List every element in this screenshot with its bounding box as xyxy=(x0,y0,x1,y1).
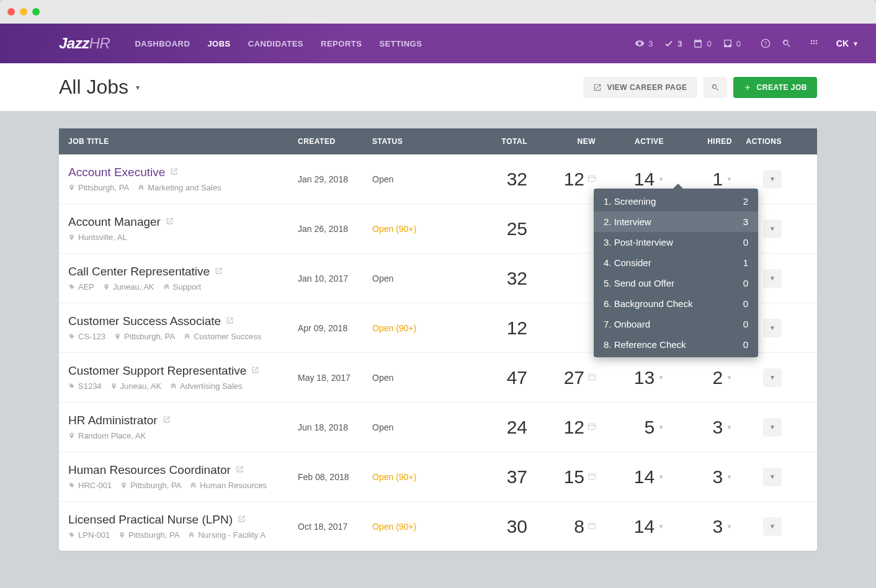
new-count[interactable]: 8 xyxy=(527,516,596,537)
meta-pin: Random Place, AK xyxy=(68,431,146,440)
hired-count[interactable]: 3 ▼ xyxy=(664,516,732,537)
status: Open (90+) xyxy=(372,323,465,333)
workflow-stage-item[interactable]: 4. Consider1 xyxy=(594,252,758,273)
card-icon xyxy=(588,424,596,431)
new-count[interactable]: 15 xyxy=(527,466,596,488)
window-chrome xyxy=(0,0,876,24)
apps-icon[interactable] xyxy=(809,38,819,48)
job-title-link[interactable]: Customer Success Associate xyxy=(68,314,298,328)
nav-candidates[interactable]: CANDIDATES xyxy=(248,39,303,48)
job-title-link[interactable]: Call Center Representative xyxy=(68,265,298,278)
window-close[interactable] xyxy=(7,8,15,16)
hired-count[interactable]: 3 ▼ xyxy=(664,417,732,438)
calendar-count[interactable]: 0 xyxy=(693,38,711,48)
workflow-stage-item[interactable]: 8. Reference Check0 xyxy=(594,334,758,357)
created-date: Jun 18, 2018 xyxy=(298,422,372,432)
active-count[interactable]: 13 ▼ xyxy=(596,367,664,388)
search-jobs-button[interactable] xyxy=(704,77,727,98)
table-row: Customer Support Representative S1234Jun… xyxy=(59,353,817,403)
created-date: Oct 18, 2017 xyxy=(298,522,372,532)
workflow-stage-item[interactable]: 5. Send out Offer0 xyxy=(594,273,758,293)
row-actions-menu[interactable]: ▼ xyxy=(763,368,782,387)
row-actions-menu[interactable]: ▼ xyxy=(763,319,782,337)
hired-count[interactable]: 3 ▼ xyxy=(664,466,732,488)
plus-icon xyxy=(743,83,752,92)
job-title-link[interactable]: Customer Support Representative xyxy=(68,364,298,378)
job-title-link[interactable]: Account Executive xyxy=(68,166,298,179)
workflow-stage-item[interactable]: 6. Background Check0 xyxy=(594,293,758,314)
external-link-icon[interactable] xyxy=(238,515,246,525)
chevron-down-icon: ▼ xyxy=(658,523,664,530)
workflow-stage-item[interactable]: 3. Post-Interview0 xyxy=(594,232,758,252)
total-count: 30 xyxy=(465,516,527,537)
search-icon xyxy=(711,83,720,92)
views-count[interactable]: 3 xyxy=(635,38,653,48)
hired-count[interactable]: 2 ▼ xyxy=(664,367,732,388)
logo[interactable]: JazzHR xyxy=(59,35,110,52)
row-actions-menu[interactable]: ▼ xyxy=(763,418,782,437)
meta-pin: Pittsburgh, PA xyxy=(118,530,179,540)
active-count[interactable]: 14 ▼ xyxy=(596,169,664,190)
new-count[interactable]: 12 xyxy=(527,169,596,190)
created-date: May 18, 2017 xyxy=(298,373,372,383)
status: Open (90+) xyxy=(372,522,465,532)
help-icon[interactable]: ? xyxy=(761,38,771,48)
active-count[interactable]: 14 ▼ xyxy=(596,516,664,537)
external-link-icon[interactable] xyxy=(170,167,178,177)
workflow-stage-item[interactable]: 1. Screening2 xyxy=(594,189,758,212)
new-count[interactable]: 12 xyxy=(527,417,596,438)
user-menu[interactable]: CK ▼ xyxy=(836,38,859,48)
meta-pin: Pittsburgh, PA xyxy=(114,332,175,341)
nav-dashboard[interactable]: DASHBOARD xyxy=(135,39,190,48)
row-actions-menu[interactable]: ▼ xyxy=(763,517,782,536)
job-title-link[interactable]: Human Resources Coordinator xyxy=(68,463,298,477)
external-link-icon[interactable] xyxy=(163,416,171,425)
new-count[interactable]: 27 xyxy=(527,367,596,388)
external-link-icon[interactable] xyxy=(215,267,223,277)
nav-jobs[interactable]: JOBS xyxy=(207,39,230,48)
nav-settings[interactable]: SETTINGS xyxy=(379,39,422,48)
svg-point-3 xyxy=(813,40,815,42)
meta-pin: Pittsburgh, PA xyxy=(68,183,129,192)
active-count[interactable]: 5 ▼ xyxy=(596,417,664,438)
svg-point-5 xyxy=(811,43,813,45)
external-link-icon[interactable] xyxy=(226,316,234,326)
card-icon xyxy=(588,473,596,481)
svg-point-7 xyxy=(816,43,818,45)
total-count: 25 xyxy=(465,218,527,239)
job-title-link[interactable]: Licensed Practical Nurse (LPN) xyxy=(68,513,298,527)
svg-text:?: ? xyxy=(764,40,767,47)
active-count[interactable]: 14 ▼ xyxy=(596,466,664,488)
nav-reports[interactable]: REPORTS xyxy=(321,39,362,48)
window-zoom[interactable] xyxy=(32,8,40,16)
meta-tag: LPN-001 xyxy=(68,530,110,540)
external-link-icon[interactable] xyxy=(251,366,259,376)
svg-rect-12 xyxy=(589,424,596,429)
page-title-dropdown[interactable]: All Jobs ▾ xyxy=(59,76,140,99)
approvals-count[interactable]: 3 xyxy=(664,38,682,48)
meta-pin: Juneau, AK xyxy=(110,381,162,391)
search-icon[interactable] xyxy=(782,38,792,48)
table-row: Licensed Practical Nurse (LPN) LPN-001Pi… xyxy=(59,502,817,551)
meta-org: Advertising Sales xyxy=(170,381,242,391)
card-icon xyxy=(588,176,596,183)
meta-tag: S1234 xyxy=(68,381,102,391)
job-title-link[interactable]: HR Administrator xyxy=(68,414,298,427)
status: Open xyxy=(372,373,465,383)
job-title-link[interactable]: Account Manager xyxy=(68,215,298,229)
external-link-icon[interactable] xyxy=(166,217,174,227)
meta-tag: HRC-001 xyxy=(68,481,112,490)
workflow-stage-item[interactable]: 7. Onboard0 xyxy=(594,314,758,334)
row-actions-menu[interactable]: ▼ xyxy=(763,220,782,238)
workflow-stage-item[interactable]: 2. Interview3 xyxy=(594,212,758,232)
create-job-button[interactable]: CREATE JOB xyxy=(733,77,817,98)
window-minimize[interactable] xyxy=(20,8,27,16)
row-actions-menu[interactable]: ▼ xyxy=(763,170,782,189)
row-actions-menu[interactable]: ▼ xyxy=(763,468,782,486)
total-count: 32 xyxy=(465,268,527,289)
created-date: Jan 29, 2018 xyxy=(298,174,372,184)
row-actions-menu[interactable]: ▼ xyxy=(763,269,782,288)
inbox-count[interactable]: 0 xyxy=(723,38,741,48)
external-link-icon[interactable] xyxy=(236,465,244,475)
view-career-page-button[interactable]: VIEW CAREER PAGE xyxy=(583,77,697,98)
